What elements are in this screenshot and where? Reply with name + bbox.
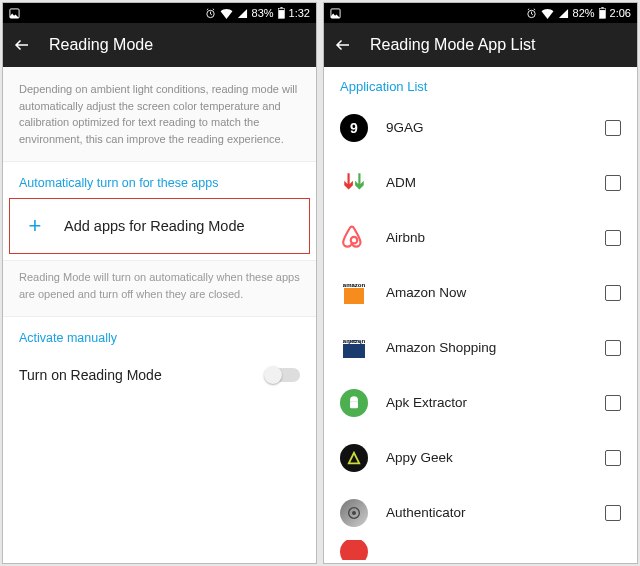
svg-rect-11 [350,401,358,408]
app-row-appy-geek[interactable]: Appy Geek [324,430,637,485]
app-row-apk-extractor[interactable]: Apk Extractor [324,375,637,430]
app-row-9gag[interactable]: 9 9GAG [324,100,637,155]
svg-rect-8 [601,7,603,8]
page-title: Reading Mode [49,36,153,54]
auto-section-label: Automatically turn on for these apps [3,162,316,198]
app-label: ADM [386,175,587,190]
reading-mode-description: Depending on ambient light conditions, r… [3,67,316,162]
app-label: Apk Extractor [386,395,587,410]
app-checkbox[interactable] [605,505,621,521]
app-label: Appy Geek [386,450,587,465]
app-bar: Reading Mode [3,23,316,67]
add-apps-row[interactable]: + Add apps for Reading Mode [9,198,310,254]
app-checkbox[interactable] [605,450,621,466]
app-icon-adm [340,169,368,197]
app-icon-appy-geek [340,444,368,472]
app-icon-authenticator [340,499,368,527]
auto-sub-description: Reading Mode will turn on automatically … [3,260,316,317]
app-row-amazon-now[interactable]: amazon Amazon Now [324,265,637,320]
reading-mode-toggle-row[interactable]: Turn on Reading Mode [3,353,316,397]
app-checkbox[interactable] [605,175,621,191]
picture-icon [9,8,20,19]
app-row-amazon-shopping[interactable]: amazon Amazon Shopping [324,320,637,375]
signal-icon [237,8,248,19]
application-list-header: Application List [324,67,637,100]
clock-text: 2:06 [610,7,631,19]
app-icon-amazon-shopping: amazon [340,334,368,362]
app-label: 9GAG [386,120,587,135]
alarm-icon [526,8,537,19]
content: Application List 9 9GAG ADM Airbnb amazo… [324,67,637,563]
reading-mode-toggle-label: Turn on Reading Mode [19,367,162,383]
wifi-icon [220,8,233,19]
back-icon[interactable] [334,36,352,54]
phone-left: 83% 1:32 Reading Mode Depending on ambie… [2,2,317,564]
svg-rect-9 [599,10,605,18]
svg-rect-3 [280,7,282,8]
status-bar: 82% 2:06 [324,3,637,23]
plus-icon: + [26,213,44,239]
content: Depending on ambient light conditions, r… [3,67,316,563]
app-row-partial[interactable] [324,540,637,560]
app-row-authenticator[interactable]: Authenticator [324,485,637,540]
activate-section-label: Activate manually [3,317,316,353]
app-checkbox[interactable] [605,120,621,136]
clock-text: 1:32 [289,7,310,19]
app-checkbox[interactable] [605,340,621,356]
battery-icon [278,7,285,19]
app-icon-amazon-now: amazon [340,279,368,307]
svg-rect-4 [278,10,284,18]
svg-point-13 [352,511,356,515]
svg-point-10 [351,236,358,243]
status-bar: 83% 1:32 [3,3,316,23]
back-icon[interactable] [13,36,31,54]
signal-icon [558,8,569,19]
app-bar: Reading Mode App List [324,23,637,67]
app-icon-partial [340,540,368,560]
app-row-airbnb[interactable]: Airbnb [324,210,637,265]
battery-text: 83% [252,7,274,19]
app-label: Airbnb [386,230,587,245]
add-apps-label: Add apps for Reading Mode [64,218,245,234]
battery-icon [599,7,606,19]
toggle-switch[interactable] [266,368,300,382]
alarm-icon [205,8,216,19]
page-title: Reading Mode App List [370,36,535,54]
app-label: Amazon Now [386,285,587,300]
app-icon-apk-extractor [340,389,368,417]
app-icon-airbnb [340,224,368,252]
app-checkbox[interactable] [605,395,621,411]
app-row-adm[interactable]: ADM [324,155,637,210]
battery-text: 82% [573,7,595,19]
phone-right: 82% 2:06 Reading Mode App List Applicati… [323,2,638,564]
wifi-icon [541,8,554,19]
app-icon-9gag: 9 [340,114,368,142]
app-label: Amazon Shopping [386,340,587,355]
app-checkbox[interactable] [605,285,621,301]
app-checkbox[interactable] [605,230,621,246]
picture-icon [330,8,341,19]
app-label: Authenticator [386,505,587,520]
